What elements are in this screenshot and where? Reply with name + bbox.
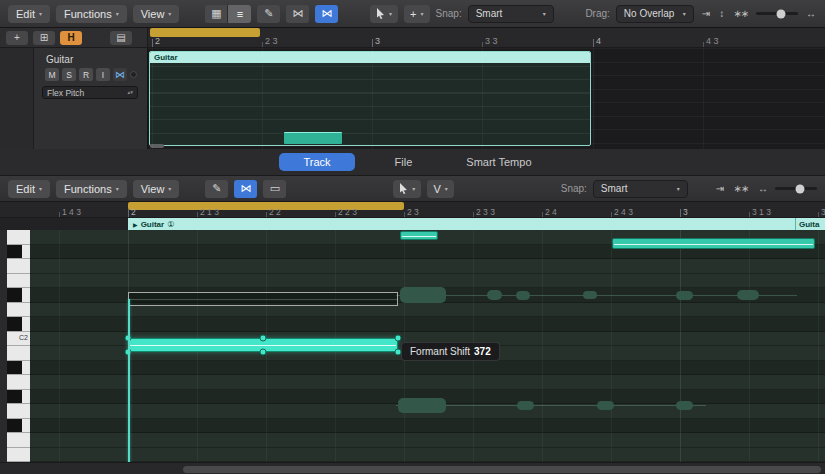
ruler-tick[interactable]: 4 3 bbox=[703, 36, 719, 46]
piano-key-white[interactable] bbox=[7, 259, 30, 274]
view-menu-button[interactable]: View ▾ bbox=[133, 5, 180, 23]
editor-region-strip[interactable]: ▶ Guitar ① Guita bbox=[128, 218, 825, 230]
scrollbar-thumb[interactable] bbox=[183, 466, 821, 473]
editor-functions-menu-button[interactable]: Functions ▾ bbox=[56, 180, 127, 198]
add-track-button[interactable]: + bbox=[6, 31, 28, 45]
duplicate-track-button[interactable]: ⊞ bbox=[33, 31, 55, 45]
vertical-auto-zoom-icon[interactable]: ↕ bbox=[717, 8, 725, 19]
ruler-tick[interactable]: 2 3 bbox=[262, 36, 278, 46]
disclosure-icon[interactable]: ▶ bbox=[133, 221, 138, 228]
tab-smart-tempo[interactable]: Smart Tempo bbox=[452, 153, 545, 171]
flex-pitch-note[interactable] bbox=[612, 238, 815, 249]
grid-row[interactable] bbox=[30, 274, 825, 289]
grid-row[interactable] bbox=[30, 433, 825, 448]
note-handle[interactable] bbox=[260, 349, 267, 356]
grid-row[interactable] bbox=[30, 375, 825, 390]
piano-key-white[interactable] bbox=[7, 230, 30, 245]
functions-menu-button[interactable]: Functions ▾ bbox=[56, 5, 127, 23]
track-name[interactable]: Guitar bbox=[46, 54, 73, 65]
ruler-tick[interactable]: 3 3 bbox=[482, 36, 498, 46]
waveform-zoom-icon[interactable]: ∗∗ bbox=[731, 183, 750, 194]
audio-segment-outline[interactable] bbox=[128, 292, 398, 306]
editor-secondary-tool-selector[interactable]: V ▾ bbox=[427, 180, 453, 198]
hold-button[interactable]: H bbox=[60, 31, 82, 45]
piano-key-black[interactable] bbox=[7, 288, 30, 303]
piano-key-white[interactable] bbox=[7, 303, 30, 318]
automation-icon[interactable]: ✎ bbox=[257, 5, 280, 23]
ruler-tick[interactable]: 1 4 3 bbox=[59, 207, 81, 217]
piano-key-white[interactable] bbox=[7, 404, 30, 419]
editor-snap-dropdown[interactable]: Smart ▾ bbox=[593, 180, 688, 198]
flex-note-clip[interactable] bbox=[284, 132, 342, 144]
marquee-tool-icon[interactable]: ▭ bbox=[263, 180, 286, 198]
editor-ruler[interactable]: 1 4 322 1 32 22 2 32 32 3 32 42 4 333 1 … bbox=[0, 202, 825, 218]
library-panel-icon[interactable]: ▤ bbox=[110, 31, 132, 45]
catch-playhead-icon[interactable]: ⇥ bbox=[700, 8, 711, 19]
note-handle[interactable] bbox=[395, 335, 402, 342]
automation-icon[interactable]: ✎ bbox=[205, 180, 228, 198]
record-enable-button[interactable]: R bbox=[79, 68, 93, 81]
ruler-tick[interactable]: 2 3 3 bbox=[473, 207, 495, 217]
horizontal-zoom-icon[interactable]: ↔ bbox=[756, 183, 769, 194]
editor-zoom-slider-knob[interactable] bbox=[796, 184, 805, 193]
note-handle[interactable] bbox=[260, 335, 267, 342]
grid-row[interactable] bbox=[30, 259, 825, 274]
ruler-tick[interactable]: 2 4 bbox=[542, 207, 557, 217]
piano-key-black[interactable] bbox=[7, 317, 30, 332]
grid-row[interactable] bbox=[30, 448, 825, 463]
edit-menu-button[interactable]: Edit ▾ bbox=[8, 5, 50, 23]
waveform-zoom-icon[interactable]: ∗∗ bbox=[731, 8, 750, 19]
main-ruler[interactable]: 22 333 344 3 bbox=[148, 28, 825, 48]
input-monitor-button[interactable]: I bbox=[96, 68, 110, 81]
ruler-tick[interactable]: 2 2 bbox=[266, 207, 281, 217]
track-lane[interactable]: Guitar bbox=[148, 48, 825, 149]
pointer-tool-selector[interactable]: ▾ bbox=[370, 5, 398, 23]
piano-key-white[interactable] bbox=[7, 448, 30, 463]
track-flex-icon[interactable]: ⋈ bbox=[113, 68, 127, 81]
flex-icon[interactable]: ⋈ bbox=[286, 5, 309, 23]
ruler-tick[interactable]: 2 bbox=[152, 36, 160, 46]
pitch-grid[interactable]: Formant Shift372 bbox=[30, 230, 825, 462]
piano-key-white[interactable] bbox=[7, 433, 30, 448]
ruler-tick[interactable]: 2 1 3 bbox=[197, 207, 219, 217]
horizontal-scrollbar[interactable] bbox=[0, 462, 825, 474]
piano-key-white[interactable] bbox=[7, 274, 30, 289]
editor-zoom-slider[interactable] bbox=[775, 187, 817, 190]
ruler-tick[interactable]: 2 2 3 bbox=[335, 207, 357, 217]
flex-pitch-note[interactable] bbox=[400, 231, 438, 240]
grid-row[interactable] bbox=[30, 317, 825, 332]
piano-key-white[interactable] bbox=[7, 375, 30, 390]
piano-key-white[interactable] bbox=[7, 346, 30, 361]
ruler-tick[interactable]: 2 bbox=[128, 207, 136, 217]
piano-key-black[interactable] bbox=[7, 361, 30, 376]
zoom-slider-knob[interactable] bbox=[777, 9, 786, 18]
editor-pointer-tool-selector[interactable]: ▾ bbox=[393, 180, 421, 198]
drag-dropdown[interactable]: No Overlap ▾ bbox=[616, 5, 694, 23]
ruler-tick[interactable]: 3 bbox=[818, 207, 825, 217]
mute-button[interactable]: M bbox=[45, 68, 59, 81]
tab-track[interactable]: Track bbox=[279, 153, 354, 171]
grid-row[interactable] bbox=[30, 361, 825, 376]
piano-key-black[interactable] bbox=[7, 390, 30, 405]
region-header[interactable]: Guitar bbox=[150, 52, 590, 63]
piano-key-black[interactable] bbox=[7, 245, 30, 260]
secondary-tool-selector[interactable]: + ▾ bbox=[404, 5, 429, 23]
ruler-tick[interactable]: 3 bbox=[680, 207, 688, 217]
grid-row[interactable] bbox=[30, 419, 825, 434]
flex-pitch-toggle-icon[interactable]: ⋈ bbox=[234, 180, 257, 198]
flex-mode-dropdown[interactable]: Flex Pitch ▴▾ bbox=[42, 86, 138, 99]
solo-button[interactable]: S bbox=[62, 68, 76, 81]
zoom-slider[interactable] bbox=[756, 12, 798, 15]
piano-key-white[interactable]: C2 bbox=[7, 332, 30, 347]
ruler-tick[interactable]: 3 bbox=[372, 36, 380, 46]
flex-pitch-toggle-icon[interactable]: ⋈ bbox=[315, 5, 338, 23]
editor-edit-menu-button[interactable]: Edit ▾ bbox=[8, 180, 50, 198]
tab-file[interactable]: File bbox=[381, 153, 427, 171]
ruler-tick[interactable]: 2 4 3 bbox=[611, 207, 633, 217]
ruler-tick[interactable]: 3 1 3 bbox=[749, 207, 771, 217]
grid-view-icon[interactable]: ▦ bbox=[205, 5, 228, 23]
horizontal-zoom-icon[interactable]: ↔ bbox=[804, 8, 817, 19]
ruler-tick[interactable]: 4 bbox=[593, 36, 601, 46]
editor-view-menu-button[interactable]: View ▾ bbox=[133, 180, 180, 198]
catch-playhead-icon[interactable]: ⇥ bbox=[714, 183, 725, 194]
